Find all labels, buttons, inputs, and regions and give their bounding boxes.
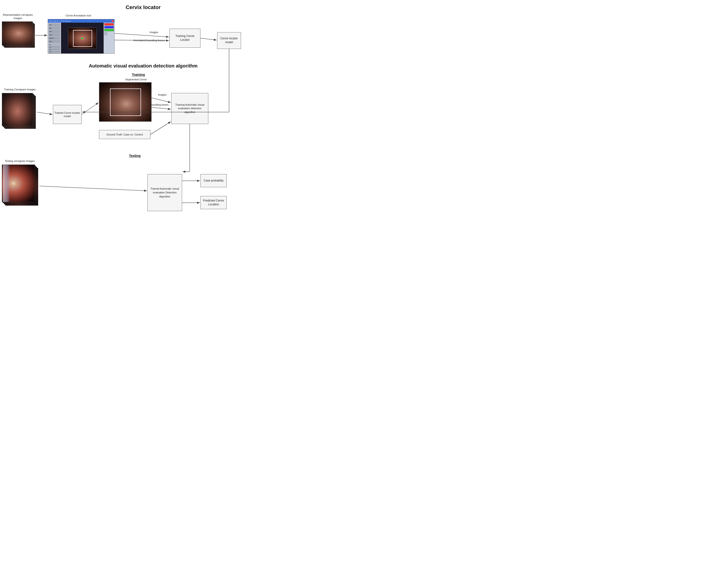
- diagram-container: Cervix locator Representative cervigram …: [0, 0, 286, 224]
- box-trained-auto-detection: Trained Automatic visual evaluation Dete…: [148, 174, 182, 211]
- box-predicted-cervix: Predicted Cervix Location: [200, 196, 227, 209]
- box-trained-cervix-locator: Trained Cervix locator model: [53, 105, 81, 124]
- label-annotation-tool: Cervix Annotation tool: [59, 14, 97, 17]
- box-ground-truth: Ground Truth: Case vs. Control: [99, 130, 150, 139]
- svg-line-14: [39, 186, 147, 191]
- label-testing-cervigram: Testing cervigram Images: [2, 159, 38, 163]
- label-training-cervigram: Training Cervigram Images: [2, 88, 38, 91]
- svg-line-4: [200, 38, 217, 40]
- label-representative-cervigram: Representative cervigram images: [2, 13, 33, 20]
- box-cervix-locator-model: Cervix locator model: [217, 32, 241, 49]
- svg-line-10: [152, 107, 171, 109]
- label-images-mid: Images: [154, 93, 171, 96]
- img-stack-training: [2, 93, 36, 130]
- label-annotated-bounding-boxes: Annotated bounding boxes: [131, 39, 167, 42]
- label-segmented-cervix: Segmented Cervix: [117, 78, 155, 81]
- box-case-probability: Case probabilty: [200, 174, 227, 187]
- img-segmented-cervix: [99, 82, 152, 121]
- svg-line-8: [81, 102, 98, 114]
- label-bounding-boxes: Bounding boxes: [147, 103, 171, 106]
- annotation-tool-window: Matrice miopic (2) v2 - [Cervix images (…: [48, 19, 114, 54]
- title-auto-detection: Automatic visual evaluation detection al…: [48, 63, 239, 69]
- img-stack-representative: [2, 21, 35, 49]
- section-title-testing: Testing: [120, 154, 149, 158]
- svg-line-11: [150, 121, 171, 134]
- svg-line-7: [37, 112, 52, 114]
- section-title-training: Training: [124, 73, 153, 76]
- box-training-auto-detection: Training Automatic visual evaluation det…: [171, 93, 208, 124]
- img-stack-testing: [2, 165, 39, 206]
- title-cervix-locator: Cervix locator: [95, 4, 191, 10]
- svg-line-9: [152, 98, 171, 102]
- label-images-top: Images: [142, 30, 166, 34]
- box-training-cervix-locator: Training Cervix Locator: [170, 29, 200, 48]
